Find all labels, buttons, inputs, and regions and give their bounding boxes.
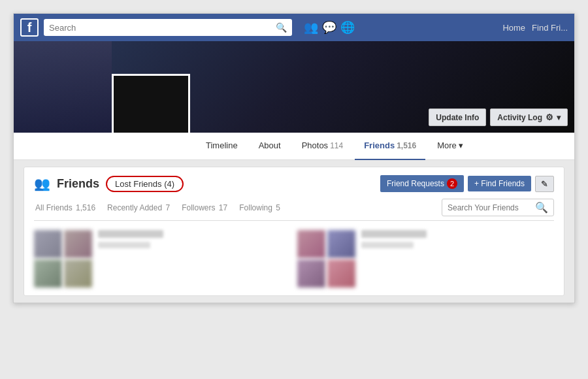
tab-timeline[interactable]: Timeline: [197, 133, 247, 160]
friends-nav-icon[interactable]: 👥: [304, 20, 318, 35]
friend-photo: [297, 230, 325, 258]
subtab-all-friends[interactable]: All Friends 1,516: [34, 201, 95, 215]
friend-info: [98, 230, 291, 248]
avatar: [112, 74, 190, 133]
nav-links: Home Find Fri...: [502, 23, 568, 33]
friend-requests-button[interactable]: Friend Requests 2: [380, 175, 464, 192]
find-friends-button[interactable]: + Find Friends: [468, 176, 531, 191]
friends-section-icon: 👥: [34, 176, 50, 191]
activity-log-button[interactable]: Activity Log ⚙ ▾: [490, 108, 568, 126]
search-input[interactable]: [49, 23, 272, 33]
profile-actions: Update Info Activity Log ⚙ ▾: [429, 108, 568, 126]
profile-tabs: Timeline About Photos 114 Friends 1,516 …: [14, 133, 574, 160]
friend-photos: [34, 230, 93, 288]
friend-photo: [34, 230, 62, 258]
tab-more[interactable]: More ▾: [428, 133, 472, 160]
friend-mutual: [98, 242, 150, 248]
tab-photos[interactable]: Photos 114: [293, 133, 353, 160]
friend-name: [98, 230, 163, 238]
nav-icons: 👥 💬 🌐: [304, 20, 355, 35]
gear-icon: ⚙: [546, 112, 553, 122]
browser-window: f 🔍 👥 💬 🌐 Home Find Fri... Update Info: [0, 13, 588, 303]
friend-info: [361, 230, 554, 248]
friends-subtabs: All Friends 1,516 Recently Added 7 Follo…: [34, 199, 554, 221]
friend-photo: [327, 230, 355, 258]
facebook-logo: f: [20, 18, 39, 37]
friend-photos: [297, 230, 356, 288]
search-friends-icon: 🔍: [535, 201, 548, 214]
tab-about[interactable]: About: [250, 133, 290, 160]
facebook-navbar: f 🔍 👥 💬 🌐 Home Find Fri...: [14, 14, 574, 41]
subtab-recently-added[interactable]: Recently Added 7: [106, 201, 170, 215]
friend-photo: [64, 230, 92, 258]
subtab-followers[interactable]: Followers 17: [180, 201, 227, 215]
update-info-button[interactable]: Update Info: [429, 108, 486, 126]
profile-left-strip: [14, 41, 112, 133]
friend-photo: [327, 259, 355, 288]
globe-nav-icon[interactable]: 🌐: [340, 20, 355, 35]
dropdown-icon: ▾: [557, 113, 561, 122]
lost-friends-badge[interactable]: Lost Friends (4): [106, 176, 184, 192]
friends-title: Friends: [57, 177, 99, 191]
tab-friends[interactable]: Friends 1,516: [355, 133, 425, 160]
messages-nav-icon[interactable]: 💬: [322, 20, 336, 35]
friends-title-group: 👥 Friends Lost Friends (4): [34, 176, 184, 192]
friend-photo: [34, 259, 62, 288]
friends-search-input[interactable]: [448, 203, 532, 212]
profile-cover: Update Info Activity Log ⚙ ▾: [14, 41, 574, 133]
find-friends-nav-link[interactable]: Find Fri...: [532, 23, 568, 33]
friends-search[interactable]: 🔍: [442, 199, 554, 216]
friend-mutual: [361, 242, 414, 248]
friends-actions: Friend Requests 2 + Find Friends ✎: [380, 175, 554, 192]
home-nav-link[interactable]: Home: [502, 23, 525, 33]
friends-grid: [34, 230, 554, 288]
chevron-down-icon: ▾: [459, 140, 463, 150]
friend-card: [34, 230, 291, 288]
main-content: 👥 Friends Lost Friends (4) Friend Reques…: [14, 160, 574, 303]
friend-requests-badge: 2: [447, 178, 457, 189]
subtab-following[interactable]: Following 5: [238, 201, 280, 215]
friend-photo: [297, 259, 325, 288]
friend-name: [361, 230, 427, 238]
search-bar[interactable]: 🔍: [44, 19, 292, 36]
search-icon: 🔍: [276, 22, 287, 33]
friends-header: 👥 Friends Lost Friends (4) Friend Reques…: [34, 175, 554, 192]
edit-button[interactable]: ✎: [535, 176, 554, 192]
friend-card: [297, 230, 554, 288]
friend-photo: [64, 259, 92, 288]
friends-panel: 👥 Friends Lost Friends (4) Friend Reques…: [24, 167, 564, 296]
